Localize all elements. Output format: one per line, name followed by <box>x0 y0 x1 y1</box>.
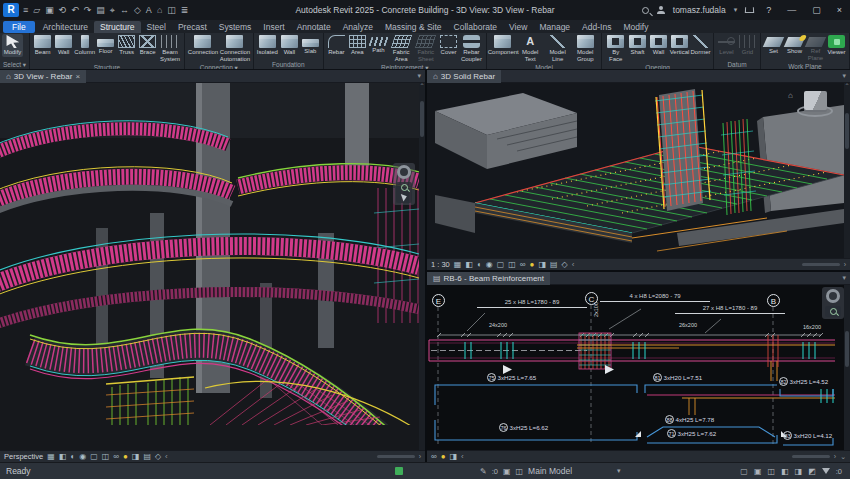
tab-massing-site[interactable]: Massing & Site <box>379 21 448 33</box>
scroll-down-icon[interactable]: ⌄ <box>840 453 846 461</box>
search-icon[interactable] <box>642 7 649 14</box>
selection-filter-icon[interactable] <box>822 468 830 474</box>
thin-lines-icon[interactable]: ≣ <box>181 5 189 15</box>
crop-view-icon[interactable]: ▢ <box>90 452 98 462</box>
worksharing-display-icon[interactable]: ▤ <box>143 452 151 462</box>
revit-logo[interactable]: R <box>3 3 19 17</box>
select-links-icon[interactable]: ▢ <box>740 467 748 476</box>
text-icon[interactable]: A <box>146 5 152 15</box>
tab-precast[interactable]: Precast <box>172 21 213 33</box>
view-tab-3d-solid-rebar[interactable]: ⌂ 3D Solid Rebar <box>427 70 501 83</box>
navigation-bar[interactable] <box>822 287 844 319</box>
reveal-hidden-icon[interactable]: ● <box>441 452 446 462</box>
visual-style-icon[interactable]: ◧ <box>465 260 473 270</box>
connection-button[interactable]: Connection <box>187 34 219 57</box>
tab-addins[interactable]: Add-Ins <box>576 21 617 33</box>
bar-label[interactable]: 833xH20 L=4.12 <box>783 431 832 440</box>
bar-label[interactable]: 813xH20 L=7.51 <box>653 373 702 382</box>
pan-icon[interactable] <box>400 192 407 201</box>
set-work-plane-button[interactable]: Set <box>763 34 784 56</box>
shaft-button[interactable]: Shaft <box>627 34 648 57</box>
restore-button[interactable]: ▢ <box>808 5 825 15</box>
stirrup-spacing-label[interactable]: 24x200 <box>489 322 507 329</box>
left-viewport-scrollbar[interactable]: ⌃ <box>419 83 425 450</box>
main-model-dropdown[interactable]: Main Model <box>528 466 572 476</box>
bar-label[interactable]: 763xH25 L=6.62 <box>499 423 548 432</box>
panel-select-label[interactable]: Select ▾ <box>0 60 29 69</box>
stirrup-spacing-label[interactable]: 16x200 <box>803 324 821 331</box>
drawing-canvas[interactable]: E C B 25 x H8 L=1780 - 89 4 x H8 L=2080 … <box>427 285 850 450</box>
wall-button[interactable]: Wall <box>53 34 74 57</box>
tab-systems[interactable]: Systems <box>213 21 258 33</box>
drag-on-selection-icon[interactable]: ◨ <box>795 467 803 476</box>
tab-steel[interactable]: Steel <box>141 21 172 33</box>
tab-insert[interactable]: Insert <box>257 21 290 33</box>
reveal-hidden-icon[interactable]: ● <box>123 452 128 462</box>
view-properties-icon[interactable]: ◨ <box>538 260 546 270</box>
modify-button[interactable]: Modify <box>2 34 23 57</box>
design-options-icon[interactable]: ◫ <box>516 467 524 476</box>
undo-icon[interactable]: ↶ <box>71 5 79 15</box>
scroll-right-icon[interactable]: › <box>844 261 846 268</box>
shadows-icon[interactable]: ◉ <box>79 452 86 462</box>
help-icon[interactable]: ? <box>762 5 775 15</box>
stirrup-spacing-label[interactable]: 2x100 <box>593 302 600 317</box>
rebar-button[interactable]: Rebar <box>326 34 347 57</box>
tab-structure[interactable]: Structure <box>94 21 141 33</box>
bar-label[interactable]: 823xH25 L=4.52 <box>779 377 828 386</box>
brace-button[interactable]: Brace <box>137 34 158 57</box>
scroll-up-icon[interactable]: ⌃ <box>419 83 425 90</box>
beam-system-button[interactable]: Beam System <box>158 34 182 63</box>
viewer-button[interactable]: Viewer <box>826 34 847 57</box>
tab-architecture[interactable]: Architecture <box>37 21 94 33</box>
model-line-button[interactable]: Model Line <box>544 34 571 63</box>
sync-icon[interactable]: ⟲ <box>59 5 67 15</box>
visual-style-icon[interactable]: ◧ <box>59 452 67 462</box>
default-3d-view-icon[interactable]: ⌂ <box>157 5 162 15</box>
close-view-icon[interactable]: × <box>75 72 80 81</box>
tab-list-caret-icon[interactable]: ▾ <box>417 72 425 80</box>
tab-view[interactable]: View <box>503 21 533 33</box>
workset-status-icon[interactable] <box>395 467 403 475</box>
vertical-opening-button[interactable]: Vertical <box>669 34 690 57</box>
detail-level-icon[interactable]: ▦ <box>47 452 55 462</box>
connection-automation-button[interactable]: Connection Automation <box>219 34 251 63</box>
crop-region-icon[interactable]: ◫ <box>508 260 516 270</box>
detail-level-icon[interactable]: ▦ <box>454 260 462 270</box>
editable-only-icon[interactable]: ✎ <box>480 467 487 476</box>
crop-region-icon[interactable]: ◫ <box>102 452 110 462</box>
scale-button[interactable]: 1 : 30 <box>431 260 450 269</box>
3d-canvas-solid-rebar[interactable]: ⌂ ⌃ <box>427 83 850 258</box>
wall-foundation-button[interactable]: Wall <box>279 34 300 57</box>
user-avatar-icon[interactable] <box>657 6 665 14</box>
zoom-icon[interactable] <box>830 308 837 315</box>
constraints-icon[interactable]: ◇ <box>562 260 568 270</box>
viewcube-box[interactable] <box>804 91 827 110</box>
tab-annotate[interactable]: Annotate <box>291 21 337 33</box>
floor-button[interactable]: Floor <box>95 34 116 56</box>
temporary-hide-icon[interactable]: ∞ <box>520 260 526 270</box>
collapse-bar-icon[interactable]: ‹ <box>461 452 464 461</box>
rebar-coupler-button[interactable]: Rebar Coupler <box>459 34 484 63</box>
by-face-button[interactable]: By Face <box>604 34 627 63</box>
zoom-icon[interactable] <box>401 184 408 191</box>
sun-path-icon[interactable]: ◐ <box>70 452 75 462</box>
save-icon[interactable]: ▣ <box>45 5 54 15</box>
rebar-dim-label[interactable]: 27 x H8 L=1780 - 89 <box>675 305 785 314</box>
worksets-icon[interactable]: ▣ <box>503 467 511 476</box>
shadows-icon[interactable]: ◉ <box>486 260 493 270</box>
section-icon[interactable]: ◫ <box>167 5 176 15</box>
wall-opening-button[interactable]: Wall <box>648 34 669 57</box>
cover-button[interactable]: Cover <box>438 34 459 57</box>
tab-list-caret-icon[interactable]: ▾ <box>842 72 850 80</box>
model-text-button[interactable]: Model Text <box>517 34 544 63</box>
collapse-bar-icon[interactable]: ‹ <box>572 260 575 269</box>
dormer-button[interactable]: Dormer <box>690 34 711 57</box>
fabric-area-button[interactable]: Fabric Area <box>389 34 414 63</box>
tab-modify[interactable]: Modify <box>617 21 654 33</box>
bar-label[interactable]: 713xH25 L=7.62 <box>667 429 716 438</box>
background-processes-icon[interactable]: ◩ <box>808 467 816 476</box>
temporary-hide-icon[interactable]: ∞ <box>431 452 437 462</box>
viewcube-home-icon[interactable]: ⌂ <box>788 91 793 100</box>
rebar-dim-label[interactable]: 25 x H8 L=1780 - 89 <box>477 299 587 308</box>
